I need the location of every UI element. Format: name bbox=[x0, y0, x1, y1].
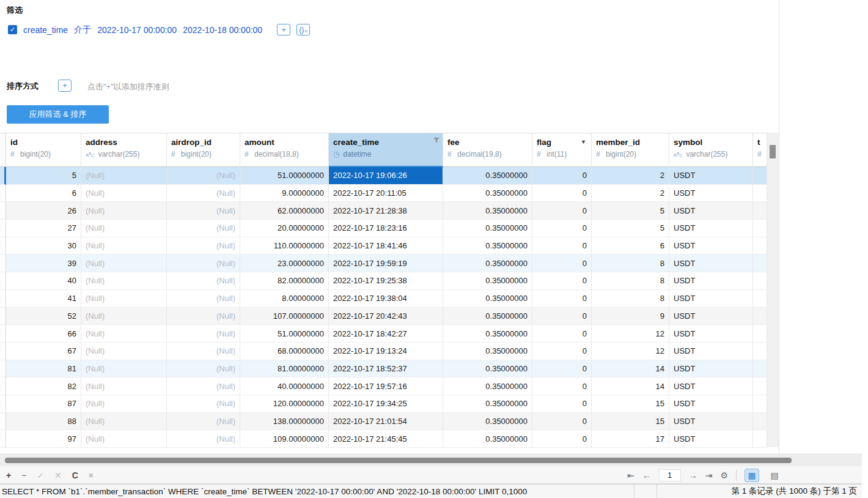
cell-airdrop_id[interactable]: (Null) bbox=[167, 167, 240, 185]
cell-create_time[interactable]: 2022-10-17 19:59:19 bbox=[329, 255, 443, 272]
row-gutter[interactable] bbox=[0, 167, 6, 185]
vertical-scrollbar[interactable] bbox=[767, 133, 779, 447]
cell-amount[interactable]: 62.00000000 bbox=[240, 202, 329, 220]
column-header-flag[interactable]: flag▼#int(11) bbox=[532, 133, 592, 167]
cell-symbol[interactable]: USDT bbox=[669, 167, 753, 185]
cell-amount[interactable]: 20.00000000 bbox=[240, 220, 329, 237]
cell-amount[interactable]: 68.00000000 bbox=[240, 343, 329, 360]
cell-symbol[interactable]: USDT bbox=[669, 325, 753, 343]
cell-id[interactable]: 41 bbox=[6, 290, 81, 308]
cell-create_time[interactable]: 2022-10-17 18:41:46 bbox=[329, 237, 443, 255]
cell-t[interactable] bbox=[753, 185, 767, 203]
apply-changes-icon[interactable]: ✓ bbox=[37, 471, 44, 480]
cell-fee[interactable]: 0.35000000 bbox=[443, 167, 532, 185]
row-gutter[interactable] bbox=[0, 395, 6, 413]
cell-amount[interactable]: 138.00000000 bbox=[240, 413, 329, 431]
cell-id[interactable]: 52 bbox=[6, 308, 81, 325]
cell-amount[interactable]: 110.00000000 bbox=[240, 237, 329, 255]
cell-flag[interactable]: 0 bbox=[532, 290, 592, 308]
cell-fee[interactable]: 0.35000000 bbox=[443, 395, 532, 413]
cell-flag[interactable]: 0 bbox=[532, 430, 592, 448]
cell-member_id[interactable]: 15 bbox=[592, 395, 669, 413]
cell-address[interactable]: (Null) bbox=[81, 185, 167, 203]
cell-fee[interactable]: 0.35000000 bbox=[443, 413, 532, 431]
cell-member_id[interactable]: 14 bbox=[592, 377, 669, 395]
cell-flag[interactable]: 0 bbox=[532, 395, 592, 413]
cell-t[interactable] bbox=[753, 308, 767, 325]
add-filter-button[interactable]: + bbox=[277, 24, 290, 35]
add-record-icon[interactable]: + bbox=[6, 471, 11, 480]
page-number-input[interactable]: 1 bbox=[659, 469, 681, 481]
cell-t[interactable] bbox=[753, 343, 767, 360]
cell-amount[interactable]: 120.00000000 bbox=[240, 395, 329, 413]
cell-address[interactable]: (Null) bbox=[81, 308, 167, 325]
cell-airdrop_id[interactable]: (Null) bbox=[167, 395, 240, 413]
delete-record-icon[interactable]: − bbox=[21, 471, 26, 480]
cell-member_id[interactable]: 8 bbox=[592, 255, 669, 272]
cell-id[interactable]: 87 bbox=[6, 395, 81, 413]
cell-flag[interactable]: 0 bbox=[532, 255, 592, 272]
stop-icon[interactable]: ■ bbox=[89, 471, 93, 480]
previous-page-icon[interactable]: ← bbox=[642, 470, 651, 480]
cell-create_time[interactable]: 2022-10-17 19:34:25 bbox=[329, 395, 443, 413]
filter-value-end[interactable]: 2022-10-18 00:00:00 bbox=[183, 25, 262, 35]
column-header-t[interactable]: t# bbox=[753, 133, 767, 167]
column-header-symbol[interactable]: symbolABCvarchar(255) bbox=[669, 133, 753, 167]
cell-member_id[interactable]: 9 bbox=[592, 308, 669, 325]
column-header-airdrop_id[interactable]: airdrop_id#bigint(20) bbox=[167, 133, 240, 167]
column-header-member_id[interactable]: member_id#bigint(20) bbox=[592, 133, 669, 167]
cell-amount[interactable]: 81.00000000 bbox=[240, 360, 329, 378]
cell-t[interactable] bbox=[753, 325, 767, 343]
cell-amount[interactable]: 9.00000000 bbox=[240, 185, 329, 203]
cell-address[interactable]: (Null) bbox=[81, 237, 167, 255]
cell-member_id[interactable]: 2 bbox=[592, 167, 669, 185]
cell-flag[interactable]: 0 bbox=[532, 377, 592, 395]
cell-symbol[interactable]: USDT bbox=[669, 255, 753, 272]
cell-t[interactable] bbox=[753, 167, 767, 185]
cell-amount[interactable]: 107.00000000 bbox=[240, 308, 329, 325]
cell-fee[interactable]: 0.35000000 bbox=[443, 202, 532, 220]
cell-create_time[interactable]: 2022-10-17 20:11:05 bbox=[329, 185, 443, 203]
cell-id[interactable]: 5 bbox=[6, 167, 81, 185]
cell-create_time[interactable]: 2022-10-17 19:06:26 bbox=[329, 167, 443, 185]
horizontal-scrollbar[interactable] bbox=[0, 453, 862, 466]
cell-t[interactable] bbox=[753, 290, 767, 308]
filter-operator-link[interactable]: 介于 bbox=[74, 24, 91, 35]
next-page-icon[interactable]: → bbox=[689, 470, 697, 480]
cell-create_time[interactable]: 2022-10-17 19:57:16 bbox=[329, 377, 443, 395]
refresh-icon[interactable]: C bbox=[72, 471, 78, 480]
cell-fee[interactable]: 0.35000000 bbox=[443, 220, 532, 237]
cell-id[interactable]: 67 bbox=[6, 343, 81, 360]
cell-symbol[interactable]: USDT bbox=[669, 185, 753, 203]
cell-airdrop_id[interactable]: (Null) bbox=[167, 413, 240, 431]
cell-amount[interactable]: 23.00000000 bbox=[240, 255, 329, 272]
cell-member_id[interactable]: 5 bbox=[592, 220, 669, 237]
cell-id[interactable]: 40 bbox=[6, 272, 81, 290]
cell-t[interactable] bbox=[753, 202, 767, 220]
cell-airdrop_id[interactable]: (Null) bbox=[167, 202, 240, 220]
vertical-scrollbar-thumb[interactable] bbox=[770, 145, 776, 158]
cell-create_time[interactable]: 2022-10-17 20:42:43 bbox=[329, 308, 443, 325]
cell-fee[interactable]: 0.35000000 bbox=[443, 255, 532, 272]
row-gutter[interactable] bbox=[0, 343, 6, 360]
cell-fee[interactable]: 0.35000000 bbox=[443, 360, 532, 378]
cell-symbol[interactable]: USDT bbox=[669, 343, 753, 360]
add-filter-group-button[interactable]: ()₊ bbox=[296, 24, 310, 35]
cell-id[interactable]: 27 bbox=[6, 220, 81, 237]
row-gutter[interactable] bbox=[0, 185, 6, 203]
cell-create_time[interactable]: 2022-10-17 21:28:38 bbox=[329, 202, 443, 220]
last-page-icon[interactable]: ⇥ bbox=[705, 470, 713, 480]
cell-airdrop_id[interactable]: (Null) bbox=[167, 325, 240, 343]
cell-address[interactable]: (Null) bbox=[81, 272, 167, 290]
cell-symbol[interactable]: USDT bbox=[669, 360, 753, 378]
cell-t[interactable] bbox=[753, 413, 767, 431]
cell-create_time[interactable]: 2022-10-17 21:01:54 bbox=[329, 413, 443, 431]
cell-member_id[interactable]: 15 bbox=[592, 413, 669, 431]
horizontal-scrollbar-thumb[interactable] bbox=[5, 458, 792, 463]
cell-t[interactable] bbox=[753, 360, 767, 378]
cell-member_id[interactable]: 8 bbox=[592, 272, 669, 290]
discard-changes-icon[interactable]: ✕ bbox=[54, 471, 62, 480]
cell-fee[interactable]: 0.35000000 bbox=[443, 290, 532, 308]
cell-symbol[interactable]: USDT bbox=[669, 220, 753, 237]
cell-t[interactable] bbox=[753, 220, 767, 237]
